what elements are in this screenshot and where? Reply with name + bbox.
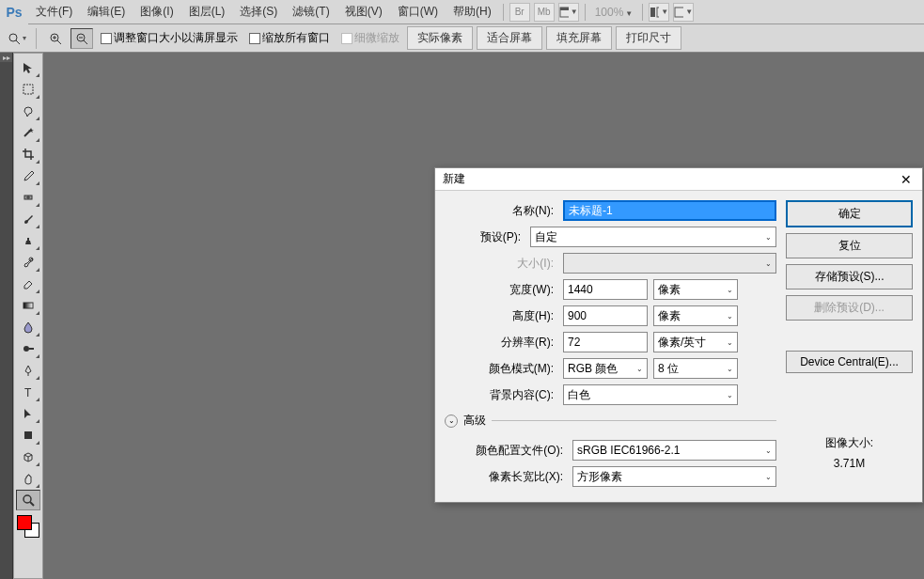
shape-tool[interactable] bbox=[16, 425, 40, 446]
delete-preset-button: 删除预设(D)... bbox=[786, 295, 913, 321]
path-selection-tool[interactable] bbox=[16, 403, 40, 424]
zoom-all-check[interactable]: 缩放所有窗口 bbox=[245, 30, 334, 46]
color-profile-select[interactable]: sRGB IEC61966-2.1⌄ bbox=[572, 440, 776, 461]
svg-rect-4 bbox=[675, 8, 683, 17]
color-profile-label: 颜色配置文件(O): bbox=[445, 443, 567, 459]
menu-select[interactable]: 选择(S) bbox=[232, 0, 285, 24]
type-tool[interactable]: T bbox=[16, 382, 40, 402]
svg-point-19 bbox=[29, 258, 33, 261]
checkbox-icon bbox=[341, 33, 352, 44]
background-select[interactable]: 白色⌄ bbox=[563, 384, 738, 405]
screen-icon[interactable]: ▼ bbox=[673, 3, 694, 22]
separator bbox=[492, 420, 776, 421]
preset-select[interactable]: 自定⌄ bbox=[530, 227, 776, 247]
checkbox-icon bbox=[249, 33, 260, 44]
svg-rect-16 bbox=[24, 196, 32, 199]
brush-tool[interactable] bbox=[16, 209, 40, 229]
width-input[interactable] bbox=[563, 279, 648, 300]
separator bbox=[36, 28, 37, 49]
eraser-tool[interactable] bbox=[16, 274, 40, 294]
eyedropper-tool[interactable] bbox=[16, 165, 40, 186]
svg-point-11 bbox=[77, 34, 85, 41]
gradient-tool[interactable] bbox=[16, 295, 40, 316]
menu-view[interactable]: 视图(V) bbox=[337, 0, 390, 24]
zoom-out-icon[interactable] bbox=[70, 28, 93, 49]
options-bar: ▾ 调整窗口大小以满屏显示 缩放所有窗口 细微缩放 实际像素 适合屏幕 填充屏幕… bbox=[0, 24, 924, 53]
svg-text:T: T bbox=[24, 386, 32, 399]
separator bbox=[642, 4, 643, 21]
foreground-color-swatch[interactable] bbox=[17, 515, 32, 530]
save-preset-button[interactable]: 存储预设(S)... bbox=[786, 264, 913, 290]
marquee-tool[interactable] bbox=[16, 79, 40, 100]
menubar: Ps 文件(F) 编辑(E) 图像(I) 图层(L) 选择(S) 滤镜(T) 视… bbox=[0, 0, 924, 24]
menu-help[interactable]: 帮助(H) bbox=[446, 0, 499, 24]
svg-rect-14 bbox=[23, 85, 33, 94]
svg-rect-1 bbox=[560, 8, 569, 10]
menu-file[interactable]: 文件(F) bbox=[28, 0, 80, 24]
actual-pixels-button[interactable]: 实际像素 bbox=[407, 26, 473, 50]
resolution-unit-select[interactable]: 像素/英寸⌄ bbox=[653, 332, 738, 352]
name-label: 名称(N): bbox=[445, 203, 557, 219]
pixel-aspect-select[interactable]: 方形像素⌄ bbox=[572, 466, 776, 487]
zoom-tool[interactable] bbox=[16, 490, 40, 510]
checkbox-icon bbox=[101, 33, 112, 44]
pen-tool[interactable] bbox=[16, 360, 40, 381]
bit-depth-select[interactable]: 8 位⌄ bbox=[653, 358, 738, 379]
magic-wand-tool[interactable] bbox=[16, 122, 40, 143]
color-mode-label: 颜色模式(M): bbox=[445, 361, 557, 377]
menu-layer[interactable]: 图层(L) bbox=[181, 0, 233, 24]
svg-rect-3 bbox=[657, 8, 659, 17]
blur-tool[interactable] bbox=[16, 317, 40, 337]
svg-line-26 bbox=[30, 502, 34, 506]
color-mode-select[interactable]: RGB 颜色⌄ bbox=[563, 358, 648, 379]
tool-preset-icon[interactable]: ▾ bbox=[6, 28, 28, 49]
resize-window-check[interactable]: 调整窗口大小以满屏显示 bbox=[97, 30, 242, 46]
menu-window[interactable]: 窗口(W) bbox=[390, 0, 446, 24]
menu-filter[interactable]: 滤镜(T) bbox=[285, 0, 337, 24]
svg-rect-0 bbox=[560, 8, 569, 17]
hand-tool[interactable] bbox=[16, 468, 40, 489]
crop-tool[interactable] bbox=[16, 144, 40, 164]
healing-brush-tool[interactable] bbox=[16, 187, 40, 208]
zoom-in-icon[interactable] bbox=[44, 28, 67, 49]
menu-image[interactable]: 图像(I) bbox=[133, 0, 180, 24]
dodge-tool[interactable] bbox=[16, 338, 40, 359]
panel-tab-strip[interactable]: ▸▸ bbox=[0, 53, 13, 579]
resolution-input[interactable] bbox=[563, 332, 648, 352]
name-input[interactable] bbox=[563, 200, 776, 221]
bridge-icon[interactable]: Br bbox=[509, 3, 530, 22]
size-label: 大小(I): bbox=[445, 256, 557, 272]
device-central-button[interactable]: Device Central(E)... bbox=[786, 351, 913, 373]
pixel-aspect-label: 像素长宽比(X): bbox=[445, 469, 567, 485]
height-input[interactable] bbox=[563, 305, 648, 326]
arrange-docs-icon[interactable]: ▼ bbox=[649, 3, 669, 22]
advanced-toggle-icon[interactable]: ⌄ bbox=[445, 415, 458, 428]
dialog-titlebar[interactable]: 新建 ✕ bbox=[435, 168, 922, 191]
menu-edit[interactable]: 编辑(E) bbox=[80, 0, 133, 24]
move-tool[interactable] bbox=[16, 57, 40, 78]
zoom-level[interactable]: 100%▼ bbox=[589, 6, 639, 19]
svg-point-25 bbox=[23, 495, 31, 503]
print-size-button[interactable]: 打印尺寸 bbox=[616, 26, 681, 50]
close-icon[interactable]: ✕ bbox=[898, 171, 915, 188]
ok-button[interactable]: 确定 bbox=[786, 200, 913, 227]
resolution-label: 分辨率(R): bbox=[445, 335, 557, 351]
color-swatches[interactable] bbox=[17, 515, 39, 538]
height-unit-select[interactable]: 像素⌄ bbox=[653, 305, 738, 326]
screen-mode-icon[interactable]: ▼ bbox=[558, 3, 579, 22]
svg-point-7 bbox=[51, 34, 58, 41]
fill-screen-button[interactable]: 填充屏幕 bbox=[546, 26, 612, 50]
minibridge-icon[interactable]: Mb bbox=[534, 3, 555, 22]
fit-screen-button[interactable]: 适合屏幕 bbox=[477, 26, 542, 50]
width-unit-select[interactable]: 像素⌄ bbox=[653, 279, 738, 300]
svg-line-10 bbox=[57, 40, 61, 44]
expand-panels-icon[interactable]: ▸▸ bbox=[0, 53, 12, 62]
3d-tool[interactable] bbox=[16, 446, 40, 467]
image-size-label: 图像大小: bbox=[786, 435, 913, 451]
cancel-button[interactable]: 复位 bbox=[786, 233, 913, 258]
lasso-tool[interactable] bbox=[16, 101, 40, 121]
toolbox: T bbox=[13, 53, 43, 579]
history-brush-tool[interactable] bbox=[16, 252, 40, 273]
clone-stamp-tool[interactable] bbox=[16, 230, 40, 251]
scrubby-zoom-check[interactable]: 细微缩放 bbox=[337, 30, 403, 46]
